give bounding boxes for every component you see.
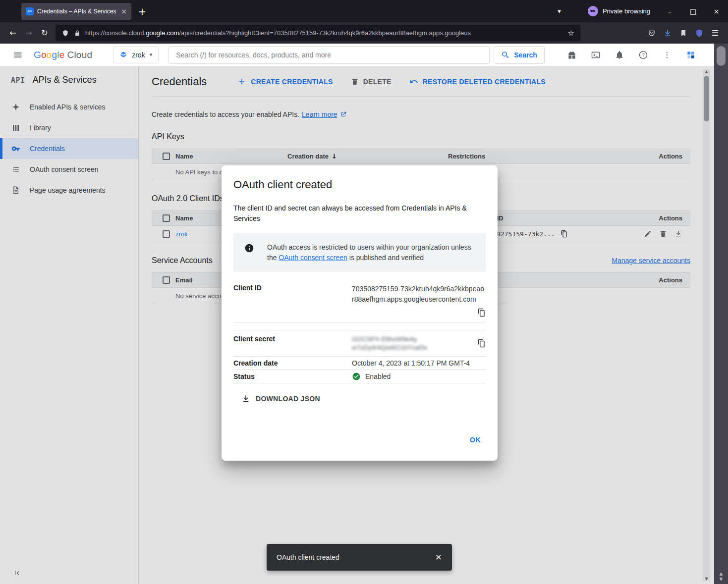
status-label: Status: [233, 372, 352, 380]
tab-title: Credentials – APIs & Services –: [37, 8, 117, 15]
toast-snackbar: OAuth client created ✕: [267, 544, 452, 571]
private-browsing-mask-icon: [588, 6, 598, 16]
project-caret-down-icon: ▾: [150, 52, 153, 58]
menu-hamburger-icon[interactable]: ☰: [707, 25, 723, 41]
dialog-title: OAuth client created: [233, 178, 486, 191]
creation-date-label: Creation date: [233, 359, 352, 367]
client-id-value: 703508275159-73k2kruh4qk9r6a2kkbpeaor88a…: [352, 285, 484, 303]
ok-button[interactable]: OK: [465, 431, 486, 449]
window-maximize-button[interactable]: □: [681, 0, 705, 22]
browser-tab[interactable]: API Credentials – APIs & Services – ×: [21, 3, 131, 20]
more-vert-icon[interactable]: ⋮: [658, 46, 676, 64]
private-browsing-badge: Private browsing: [588, 6, 650, 16]
list-all-tabs-chevron-icon[interactable]: ▾: [551, 7, 568, 15]
info-icon: [244, 243, 254, 253]
search-input[interactable]: [168, 46, 490, 64]
window-scrollbar-thumb[interactable]: [717, 46, 726, 66]
browser-tab-bar: API Credentials – APIs & Services – × + …: [0, 0, 728, 22]
window-minimize-button[interactable]: –: [658, 0, 681, 22]
search-icon: [501, 51, 510, 59]
client-secret-redacted: GOCSPX-E8hxW9e4q w7uDy9r4QwW21bYnaf3x: [352, 335, 477, 352]
new-tab-button[interactable]: +: [138, 6, 146, 17]
client-id-row: Client ID 703508275159-73k2kruh4qk9r6a2k…: [233, 272, 486, 322]
back-button[interactable]: ←: [5, 25, 21, 41]
pocket-icon[interactable]: [644, 25, 660, 41]
download-icon: [241, 394, 250, 403]
copy-client-id-icon[interactable]: [477, 308, 486, 317]
bookmark-star-icon[interactable]: ☆: [568, 29, 574, 38]
toast-message: OAuth client created: [277, 553, 339, 561]
help-icon[interactable]: ?: [634, 46, 653, 64]
private-browsing-label: Private browsing: [603, 7, 650, 15]
notifications-bell-icon[interactable]: [610, 46, 629, 64]
browser-nav-bar: ← → ↻ https://console.cloud.google.com/a…: [0, 22, 728, 44]
library-icon[interactable]: [675, 25, 691, 41]
creation-date-value: October 4, 2023 at 1:50:17 PM GMT-4: [352, 359, 486, 367]
cloud-assistant-icon[interactable]: [681, 46, 700, 64]
forward-button[interactable]: →: [21, 25, 37, 41]
tab-close-icon[interactable]: ×: [121, 7, 127, 15]
copy-client-secret-icon[interactable]: [477, 339, 486, 348]
tracking-protection-shield-icon[interactable]: [61, 29, 69, 37]
client-secret-row: Client secret GOCSPX-E8hxW9e4q w7uDy9r4Q…: [233, 330, 486, 357]
gcloud-header: Google Cloud zrok ▾ Search ? ⋮: [0, 44, 714, 66]
window-scroll-arrows[interactable]: ▲▼: [720, 571, 723, 584]
google-cloud-logo[interactable]: Google Cloud: [34, 50, 92, 60]
cloud-shell-terminal-icon[interactable]: [586, 46, 605, 64]
dialog-subtitle: The client ID and secret can always be a…: [233, 203, 470, 224]
search-button[interactable]: Search: [494, 46, 545, 64]
project-name: zrok: [132, 51, 145, 59]
client-secret-label: Client secret: [233, 335, 352, 352]
svg-text:?: ?: [642, 53, 644, 57]
oauth-client-created-dialog: OAuth client created The client ID and s…: [222, 165, 498, 461]
creation-date-row: Creation date October 4, 2023 at 1:50:17…: [233, 357, 486, 370]
ublock-shield-icon[interactable]: [691, 25, 707, 41]
project-selector[interactable]: zrok ▾: [113, 47, 159, 63]
download-json-button[interactable]: DOWNLOAD JSON: [233, 394, 486, 403]
toast-close-icon[interactable]: ✕: [435, 552, 442, 562]
window-scrollbar[interactable]: ▲▼: [714, 44, 728, 584]
client-id-label: Client ID: [233, 284, 352, 317]
project-icon: [119, 51, 127, 59]
check-circle-icon: [352, 372, 361, 381]
downloads-icon[interactable]: [660, 25, 675, 41]
window-close-button[interactable]: ×: [705, 0, 728, 22]
url-text: https://console.cloud.google.com/apis/cr…: [85, 29, 563, 37]
free-trial-gift-icon[interactable]: [562, 46, 581, 64]
gcloud-nav-menu-icon[interactable]: [13, 50, 23, 60]
lock-icon[interactable]: [74, 30, 81, 37]
status-row: Status Enabled: [233, 370, 486, 383]
reload-button[interactable]: ↻: [37, 25, 53, 41]
tabbar-right-cluster: ▾ Private browsing – □ ×: [551, 0, 728, 22]
gcloud-header-icons: ? ⋮: [562, 46, 700, 64]
url-bar[interactable]: https://console.cloud.google.com/apis/cr…: [56, 25, 580, 41]
restriction-notice: OAuth access is restricted to users with…: [233, 233, 486, 272]
oauth-consent-screen-link[interactable]: OAuth consent screen: [279, 254, 347, 262]
status-value: Enabled: [365, 372, 391, 380]
tab-favicon-api-icon: API: [26, 7, 34, 15]
